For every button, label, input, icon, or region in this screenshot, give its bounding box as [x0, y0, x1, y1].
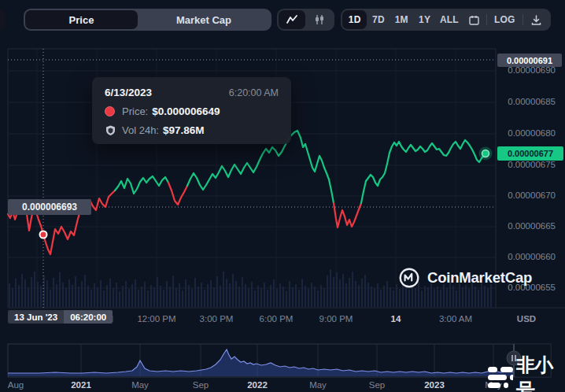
site-logo-icon: [486, 365, 513, 391]
navigator-label: Sep: [173, 380, 228, 390]
range-label: 1Y: [419, 14, 430, 25]
y-axis-label: 0.00000675: [499, 160, 556, 169]
candlestick-chart-button[interactable]: [305, 10, 333, 29]
tooltip-price-value: $0.000006649: [152, 105, 220, 117]
coinmarketcap-watermark: CoinMarketCap: [398, 267, 532, 289]
chart-tooltip: 6/13/2023 6:20:00 AM Price: $0.000006649…: [92, 77, 291, 144]
candlestick-icon: [313, 13, 326, 26]
range-button-1d[interactable]: 1D: [342, 10, 367, 29]
date-picker-button[interactable]: [463, 10, 486, 29]
range-group: 1D 7D 1M 1Y ALL LOG: [341, 9, 551, 31]
site-watermark: 非小号: [486, 353, 565, 392]
range-label: 1M: [395, 14, 408, 25]
crosshair-date: 13 Jun '23: [8, 310, 64, 324]
navigator-label: May: [113, 380, 168, 390]
tooltip-vol-label: Vol 24h:: [122, 124, 159, 136]
range-label: 1D: [349, 14, 361, 25]
tab-market-cap[interactable]: Market Cap: [138, 10, 270, 29]
tab-price-label: Price: [69, 14, 94, 26]
line-chart-button[interactable]: [279, 10, 305, 29]
tooltip-vol-value: $97.86M: [163, 124, 205, 136]
coinmarketcap-logo-icon: [398, 267, 420, 289]
range-label: 7D: [372, 14, 385, 25]
price-dot-icon: [105, 106, 115, 116]
range-label: ALL: [440, 14, 459, 25]
navigator-label: 2023: [407, 380, 462, 390]
x-axis-label: 9:00 PM: [303, 314, 369, 324]
log-scale-button[interactable]: LOG: [488, 10, 522, 29]
clipped-left-control[interactable]: [0, 9, 6, 31]
x-axis-label: 14: [363, 314, 429, 324]
tooltip-time: 6:20:00 AM: [229, 87, 279, 98]
calendar-icon: [468, 14, 480, 26]
left-price-badge: 0.000006693: [8, 199, 91, 215]
crosshair-time-badge: 13 Jun '23 06:20:00: [8, 310, 113, 324]
current-price-badge: 0.00000677: [497, 146, 563, 161]
x-axis-label: 12:00 PM: [124, 314, 190, 324]
price-chart-canvas[interactable]: [0, 0, 565, 392]
download-icon: [530, 14, 542, 26]
crosshair-price-badge: 0.00000691: [497, 54, 562, 67]
price-marketcap-toggle: Price Market Cap: [24, 9, 271, 31]
tooltip-price-label: Price:: [122, 105, 148, 117]
chart-widget: Price Market Cap 1D 7D 1M 1Y ALL: [0, 0, 565, 392]
range-button-1y[interactable]: 1Y: [413, 10, 436, 29]
axis-currency: USD: [497, 314, 556, 324]
range-button-all[interactable]: ALL: [436, 10, 462, 29]
navigator-label: 2021: [54, 380, 109, 390]
navigator-label: May: [290, 380, 345, 390]
tab-price[interactable]: Price: [25, 10, 138, 29]
x-axis-label: 3:00 PM: [183, 314, 249, 324]
tab-market-cap-label: Market Cap: [176, 14, 231, 26]
y-axis-label: 0.00000665: [499, 221, 556, 231]
range-button-1m[interactable]: 1M: [390, 10, 413, 29]
y-axis-label: 0.00000670: [499, 190, 556, 200]
x-axis-label: 6:00 PM: [243, 314, 309, 324]
crosshair-time: 06:20:00: [64, 310, 113, 324]
coinmarketcap-watermark-text: CoinMarketCap: [427, 269, 532, 287]
tooltip-date: 6/13/2023: [105, 87, 152, 98]
y-axis-label: 0.00000680: [499, 128, 556, 138]
navigator-label: Sep: [349, 380, 404, 390]
y-axis-label: 0.00000685: [499, 97, 556, 106]
line-chart-icon: [286, 13, 298, 26]
download-button[interactable]: [524, 10, 549, 29]
x-axis-label: 3:00 AM: [423, 314, 489, 324]
shield-icon: [105, 124, 116, 136]
navigator-label: 2022: [230, 380, 285, 390]
log-label: LOG: [494, 14, 515, 25]
divider: [486, 14, 487, 25]
range-button-7d[interactable]: 7D: [367, 10, 390, 29]
y-axis-label: 0.00000660: [499, 252, 556, 261]
navigator-label: Aug: [0, 380, 43, 390]
site-watermark-text: 非小号: [516, 353, 565, 392]
divider: [523, 14, 523, 25]
chart-type-group: [277, 9, 334, 31]
